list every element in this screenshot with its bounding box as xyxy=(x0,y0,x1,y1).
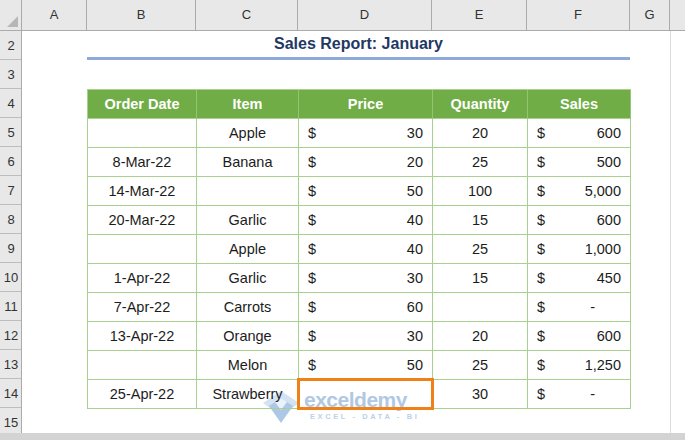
cell-sales[interactable]: $5,000 xyxy=(528,177,631,206)
cell-order-date[interactable]: 7-Apr-22 xyxy=(88,293,197,322)
cell-order-date[interactable] xyxy=(88,119,197,148)
cell-quantity[interactable]: 100 xyxy=(433,177,528,206)
cell-quantity[interactable]: 15 xyxy=(433,206,528,235)
row-header-14[interactable]: 14 xyxy=(0,379,22,408)
cell-quantity[interactable] xyxy=(433,293,528,322)
cell-item[interactable]: Apple xyxy=(197,119,299,148)
cell-item[interactable]: Carrots xyxy=(197,293,299,322)
cell-sales[interactable]: $1,250 xyxy=(528,351,631,380)
row-header-12[interactable]: 12 xyxy=(0,321,22,350)
dollar-sign: $ xyxy=(537,212,545,228)
page-edge-line xyxy=(670,31,671,433)
dollar-sign: $ xyxy=(308,241,316,257)
cell-sales[interactable]: $450 xyxy=(528,264,631,293)
amount: 20 xyxy=(407,154,423,170)
row-header-15[interactable]: 15 xyxy=(0,408,22,433)
cell-price[interactable]: $30 xyxy=(299,264,433,293)
cell-price[interactable]: $40 xyxy=(299,235,433,264)
cell-sales[interactable]: $500 xyxy=(528,148,631,177)
bottom-edge xyxy=(0,433,685,440)
column-header-B[interactable]: B xyxy=(87,0,196,30)
cell-item[interactable]: Banana xyxy=(197,148,299,177)
cell-sales[interactable]: $600 xyxy=(528,206,631,235)
row-header-8[interactable]: 8 xyxy=(0,205,22,234)
select-all-corner[interactable] xyxy=(0,0,22,30)
cell-quantity[interactable]: 20 xyxy=(433,322,528,351)
cell-order-date[interactable]: 20-Mar-22 xyxy=(88,206,197,235)
cell-quantity[interactable]: 30 xyxy=(433,380,528,409)
row-header-4[interactable]: 4 xyxy=(0,89,22,118)
amount: 30 xyxy=(407,270,423,286)
cell-price[interactable]: $40 xyxy=(299,206,433,235)
row-header-11[interactable]: 11 xyxy=(0,292,22,321)
cell-item[interactable]: Orange xyxy=(197,322,299,351)
row-header-10[interactable]: 10 xyxy=(0,263,22,292)
header-quantity[interactable]: Quantity xyxy=(433,90,528,119)
cell-sales[interactable]: $- xyxy=(528,293,631,322)
amount: 600 xyxy=(597,212,621,228)
row-header-7[interactable]: 7 xyxy=(0,176,22,205)
cell-price[interactable]: $50 xyxy=(299,177,433,206)
cell-order-date[interactable] xyxy=(88,235,197,264)
dollar-sign: $ xyxy=(308,125,316,141)
cell-sales[interactable]: $600 xyxy=(528,119,631,148)
cell-order-date[interactable]: 1-Apr-22 xyxy=(88,264,197,293)
column-header-F[interactable]: F xyxy=(527,0,630,30)
cell-item[interactable]: Melon xyxy=(197,351,299,380)
cell-item[interactable] xyxy=(197,177,299,206)
cell-quantity[interactable]: 25 xyxy=(433,235,528,264)
amount: 40 xyxy=(407,241,423,257)
cell-sales[interactable]: $1,000 xyxy=(528,235,631,264)
cell-order-date[interactable] xyxy=(88,351,197,380)
watermark-tagline: EXCEL - DATA - BI xyxy=(310,412,419,421)
column-header-G[interactable]: G xyxy=(630,0,670,30)
header-order_date[interactable]: Order Date xyxy=(88,90,197,119)
header-price[interactable]: Price xyxy=(299,90,433,119)
column-header-D[interactable]: D xyxy=(298,0,432,30)
blank-cell-highlight xyxy=(297,378,434,410)
cell-sales[interactable]: $600 xyxy=(528,322,631,351)
dollar-sign: $ xyxy=(308,299,316,315)
row-header-3[interactable]: 3 xyxy=(0,60,22,89)
cell-sales[interactable]: $- xyxy=(528,380,631,409)
report-title-cell[interactable]: Sales Report: January xyxy=(87,31,630,60)
cell-quantity[interactable]: 20 xyxy=(433,119,528,148)
cell-quantity[interactable]: 25 xyxy=(433,148,528,177)
dollar-sign: $ xyxy=(537,183,545,199)
cell-order-date[interactable]: 25-Apr-22 xyxy=(88,380,197,409)
column-header-A[interactable]: A xyxy=(22,0,87,30)
cell-item[interactable]: Strawberry xyxy=(197,380,299,409)
amount: 60 xyxy=(407,299,423,315)
dollar-sign: $ xyxy=(308,183,316,199)
amount: 600 xyxy=(597,125,621,141)
cell-price[interactable]: $50 xyxy=(299,351,433,380)
column-header-C[interactable]: C xyxy=(196,0,298,30)
cell-item[interactable]: Garlic xyxy=(197,206,299,235)
cell-order-date[interactable]: 8-Mar-22 xyxy=(88,148,197,177)
cell-price[interactable]: $30 xyxy=(299,322,433,351)
row-header-9[interactable]: 9 xyxy=(0,234,22,263)
cell-item[interactable]: Apple xyxy=(197,235,299,264)
cell-price[interactable] xyxy=(299,380,433,409)
select-all-triangle-icon xyxy=(7,16,18,27)
cell-order-date[interactable]: 14-Mar-22 xyxy=(88,177,197,206)
amount: 450 xyxy=(597,270,621,286)
cell-item[interactable]: Garlic xyxy=(197,264,299,293)
dollar-sign: $ xyxy=(537,299,545,315)
cell-order-date[interactable]: 13-Apr-22 xyxy=(88,322,197,351)
row-header-5[interactable]: 5 xyxy=(0,118,22,147)
cell-price[interactable]: $60 xyxy=(299,293,433,322)
amount: 50 xyxy=(407,357,423,373)
cell-quantity[interactable]: 15 xyxy=(433,264,528,293)
header-sales[interactable]: Sales xyxy=(528,90,631,119)
row-header-2[interactable]: 2 xyxy=(0,31,22,60)
row-header-6[interactable]: 6 xyxy=(0,147,22,176)
cell-price[interactable]: $20 xyxy=(299,148,433,177)
cell-price[interactable]: $30 xyxy=(299,119,433,148)
row-header-13[interactable]: 13 xyxy=(0,350,22,379)
header-item[interactable]: Item xyxy=(197,90,299,119)
dollar-sign: $ xyxy=(308,270,316,286)
cell-quantity[interactable]: 25 xyxy=(433,351,528,380)
amount: 40 xyxy=(407,212,423,228)
column-header-E[interactable]: E xyxy=(432,0,527,30)
